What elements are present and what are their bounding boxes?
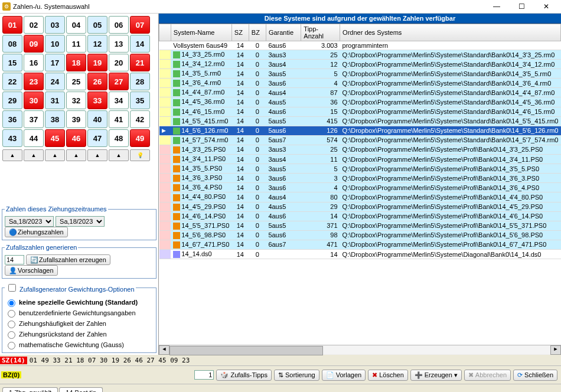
- col-ordner[interactable]: Ordner des Systems: [340, 24, 561, 41]
- draw-to-select[interactable]: Sa,18/2023: [56, 216, 105, 227]
- weight-gap-radio[interactable]: [8, 331, 15, 339]
- draw-from-select[interactable]: Sa,18/2023: [5, 216, 54, 227]
- number-cell-6[interactable]: 06: [109, 16, 129, 34]
- number-cell-15[interactable]: 15: [2, 54, 22, 71]
- number-cell-19[interactable]: 19: [87, 54, 107, 71]
- system-row[interactable]: 14_4'4_80.PS01404aus480Q:\Dropbox\Progra…: [159, 192, 561, 202]
- system-row[interactable]: 14_4'6_14.PS01404aus614Q:\Dropbox\Progra…: [159, 211, 561, 221]
- number-cell-26[interactable]: 26: [87, 73, 107, 90]
- system-row[interactable]: 14_5'7_574.rm01405aus7574Q:\Dropbox\Prog…: [159, 135, 561, 145]
- number-cell-40[interactable]: 40: [87, 110, 107, 128]
- number-cell-48[interactable]: 48: [109, 129, 129, 147]
- number-cell-46[interactable]: 46: [66, 129, 86, 147]
- col-system-name[interactable]: System-Name: [171, 24, 231, 41]
- number-cell-25[interactable]: 25: [66, 73, 86, 90]
- number-cell-7[interactable]: 07: [130, 16, 150, 34]
- system-row[interactable]: 14_4'6_15.rm01404aus615Q:\Dropbox\Progra…: [159, 107, 561, 116]
- number-cell-42[interactable]: 42: [130, 110, 150, 128]
- system-row[interactable]: 14_3'6_4.PS01403aus64Q:\Dropbox\Programm…: [159, 183, 561, 192]
- number-cell-8[interactable]: 08: [2, 35, 22, 53]
- hint-button[interactable]: 💡: [130, 149, 150, 161]
- column-arrow-3[interactable]: ▲: [45, 149, 65, 161]
- number-cell-11[interactable]: 11: [66, 35, 86, 53]
- generate-random-button[interactable]: 🔄Zufallszahlen erzeugen: [26, 254, 110, 265]
- column-arrow-4[interactable]: ▲: [66, 149, 86, 161]
- number-cell-49[interactable]: 49: [130, 129, 150, 147]
- weight-none-radio[interactable]: [8, 299, 15, 307]
- system-row[interactable]: 14_5'5_415.rm01405aus5415Q:\Dropbox\Prog…: [159, 116, 561, 126]
- scroll-right-button[interactable]: ►: [550, 345, 561, 355]
- system-row[interactable]: 14_5'5_371.PS01405aus5371Q:\Dropbox\Prog…: [159, 221, 561, 230]
- close-button[interactable]: ✕: [537, 1, 555, 12]
- number-cell-36[interactable]: 36: [2, 110, 22, 128]
- col-sz[interactable]: SZ: [231, 24, 249, 41]
- number-cell-14[interactable]: 14: [130, 35, 150, 53]
- column-arrow-1[interactable]: ▲: [2, 149, 22, 161]
- scroll-thumb[interactable]: [169, 346, 323, 355]
- random-tips-button[interactable]: 🎲Zufalls-Tipps: [216, 370, 272, 381]
- number-cell-29[interactable]: 29: [2, 92, 22, 109]
- number-cell-22[interactable]: 22: [2, 73, 22, 90]
- system-row[interactable]: 14_3'3_25.PS01403aus325Q:\Dropbox\Progra…: [159, 145, 561, 154]
- number-cell-43[interactable]: 43: [2, 129, 22, 147]
- number-cell-1[interactable]: 01: [2, 16, 22, 34]
- weighting-enable-checkbox[interactable]: [8, 284, 16, 292]
- suggest-button[interactable]: 👤Vorschlagen: [5, 265, 58, 276]
- column-arrow-5[interactable]: ▲: [87, 149, 107, 161]
- tab-selection[interactable]: 1 Zhg. gewählt: [2, 387, 58, 392]
- number-cell-24[interactable]: 24: [45, 73, 65, 90]
- number-cell-13[interactable]: 13: [109, 35, 129, 53]
- system-row[interactable]: 14_5'6_98.PS01405aus698Q:\Dropbox\Progra…: [159, 230, 561, 240]
- systems-table-wrap[interactable]: System-Name SZ BZ Garantie Tipp-Anzahl O…: [159, 24, 561, 345]
- number-cell-10[interactable]: 10: [45, 35, 65, 53]
- weight-freq-radio[interactable]: [8, 321, 15, 328]
- maximize-button[interactable]: ☐: [513, 1, 530, 12]
- number-cell-32[interactable]: 32: [66, 92, 86, 109]
- system-row[interactable]: Vollsystem 6aus491406aus63.003programmin…: [159, 41, 561, 50]
- sort-button[interactable]: ⇅Sortierung: [274, 370, 319, 381]
- system-row[interactable]: 14_4'5_29.PS01404aus529Q:\Dropbox\Progra…: [159, 202, 561, 211]
- number-cell-39[interactable]: 39: [66, 110, 86, 128]
- h-scrollbar[interactable]: ◄ ►: [159, 345, 561, 355]
- column-arrow-6[interactable]: ▲: [109, 149, 129, 161]
- number-cell-37[interactable]: 37: [24, 110, 44, 128]
- system-row[interactable]: 14_4'5_36.rm01404aus536Q:\Dropbox\Progra…: [159, 97, 561, 107]
- system-row[interactable]: ▶14_5'6_126.rm01405aus6126Q:\Dropbox\Pro…: [159, 126, 561, 135]
- number-cell-12[interactable]: 12: [87, 35, 107, 53]
- number-cell-31[interactable]: 31: [45, 92, 65, 109]
- system-row[interactable]: 14_3'6_3.PS01403aus63Q:\Dropbox\Programm…: [159, 174, 561, 183]
- create-button[interactable]: ➕Erzeugen ▾: [410, 370, 462, 381]
- number-cell-20[interactable]: 20: [109, 54, 129, 71]
- column-arrow-2[interactable]: ▲: [24, 149, 44, 161]
- number-cell-5[interactable]: 05: [87, 16, 107, 34]
- number-cell-18[interactable]: 18: [66, 54, 86, 71]
- random-count-input[interactable]: [5, 255, 24, 264]
- number-cell-3[interactable]: 03: [45, 16, 65, 34]
- number-cell-2[interactable]: 02: [24, 16, 44, 34]
- system-row[interactable]: 14_14.ds014014Q:\Dropbox\Programme\Merli…: [159, 249, 561, 259]
- system-row[interactable]: 14_3'3_25.rm01403aus325Q:\Dropbox\Progra…: [159, 50, 561, 60]
- system-row[interactable]: 14_6'7_471.PS01406aus7471Q:\Dropbox\Prog…: [159, 240, 561, 249]
- scroll-left-button[interactable]: ◄: [159, 345, 169, 355]
- number-cell-34[interactable]: 34: [109, 92, 129, 109]
- delete-button[interactable]: ✖Löschen: [368, 370, 408, 381]
- minimize-button[interactable]: ―: [488, 1, 505, 12]
- page-input[interactable]: [194, 370, 214, 380]
- weight-custom-radio[interactable]: [8, 310, 15, 318]
- system-row[interactable]: 14_3'4_12.rm01403aus412Q:\Dropbox\Progra…: [159, 60, 561, 69]
- weight-gauss-radio[interactable]: [8, 342, 15, 349]
- number-cell-45[interactable]: 45: [45, 129, 65, 147]
- col-bz[interactable]: BZ: [249, 24, 266, 41]
- number-cell-27[interactable]: 27: [109, 73, 129, 90]
- number-cell-33[interactable]: 33: [87, 92, 107, 109]
- number-cell-23[interactable]: 23: [24, 73, 44, 90]
- number-cell-41[interactable]: 41: [109, 110, 129, 128]
- system-row[interactable]: 14_3'4_11.PS01403aus411Q:\Dropbox\Progra…: [159, 155, 561, 164]
- number-cell-44[interactable]: 44: [24, 129, 44, 147]
- number-cell-4[interactable]: 04: [66, 16, 86, 34]
- col-tipp-anzahl[interactable]: Tipp-Anzahl: [301, 24, 340, 41]
- number-cell-30[interactable]: 30: [24, 92, 44, 109]
- number-cell-47[interactable]: 47: [87, 129, 107, 147]
- draw-numbers-button[interactable]: 🔵Ziehungszahlen: [5, 227, 68, 237]
- templates-button[interactable]: 📄Vorlagen: [322, 370, 366, 381]
